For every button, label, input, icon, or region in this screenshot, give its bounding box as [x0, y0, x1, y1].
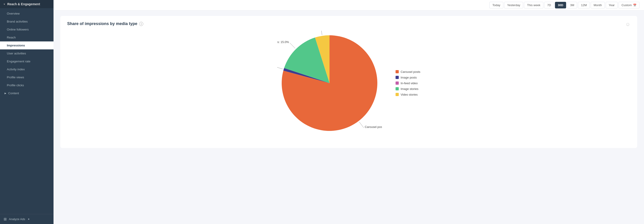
sidebar-item-engagement-rate[interactable]: Engagement rate	[0, 57, 54, 65]
sidebar: ▼ Reach & Engagement OverviewBrand activ…	[0, 0, 54, 224]
sidebar-item-profile-clicks[interactable]: Profile clicks	[0, 81, 54, 89]
legend-item-image-stories: Image stories	[396, 87, 420, 90]
sparkle-icon: ✦	[28, 218, 30, 221]
legend-swatch-carousel-posts	[396, 70, 399, 73]
ads-icon: ⊞	[4, 217, 6, 221]
pie-label-line-image-stories	[290, 43, 295, 48]
time-btn-custom[interactable]: Custom📅	[618, 2, 640, 8]
sidebar-section-title: Reach & Engagement	[7, 2, 40, 6]
sidebar-item-brand-activities[interactable]: Brand activities	[0, 18, 54, 26]
sidebar-item-impressions[interactable]: Impressions	[0, 42, 54, 50]
pie-label-line-image-posts	[277, 67, 283, 69]
chevron-down-icon: ▼	[3, 3, 6, 6]
legend-item-image-posts: Image posts	[396, 76, 420, 79]
time-btn-this-week[interactable]: This week	[524, 2, 543, 8]
pie-label-line-carousel-posts	[359, 122, 364, 128]
sidebar-nav: OverviewBrand activitiesOnline followers…	[0, 8, 54, 214]
chart-title-row: Share of impressions by media type i	[67, 22, 630, 26]
pie-chart: Carousel posts: 79.2%Image posts: 0.9%Im…	[277, 31, 382, 136]
time-btn-label: Custom	[622, 4, 632, 7]
time-btn-yesterday[interactable]: Yesterday	[504, 2, 523, 8]
sidebar-item-profile-views[interactable]: Profile views	[0, 73, 54, 81]
legend-swatch-image-stories	[396, 87, 399, 90]
legend-label-video-stories: Video stories	[400, 93, 418, 96]
sidebar-item-reach[interactable]: Reach	[0, 34, 54, 42]
section-label: Content	[8, 92, 19, 95]
legend-swatch-in-feed-video	[396, 82, 399, 85]
time-btn-year[interactable]: Year	[606, 2, 618, 8]
sidebar-item-overview[interactable]: Overview	[0, 10, 54, 18]
sidebar-section-content[interactable]: ▶Content	[0, 89, 54, 97]
time-btn-3m[interactable]: 3M	[567, 2, 577, 8]
chart-title-text: Share of impressions by media type	[67, 22, 137, 26]
chart-section: Share of impressions by media type i ☺ C…	[60, 16, 637, 148]
chart-legend: Carousel postsImage postsIn-feed videoIm…	[396, 70, 420, 96]
calendar-icon: 📅	[633, 4, 636, 7]
legend-item-carousel-posts: Carousel posts	[396, 70, 420, 74]
pie-container: Carousel posts: 79.2%Image posts: 0.9%Im…	[67, 31, 630, 136]
sidebar-item-activity-index[interactable]: Activity index	[0, 65, 54, 73]
emoji-export-icon[interactable]: ☺	[625, 22, 630, 27]
top-bar: TodayYesterdayThis week7D30D3M12MMonthYe…	[54, 0, 644, 10]
pie-label-carousel-posts: Carousel posts: 79.2%	[365, 125, 382, 128]
legend-label-image-stories: Image stories	[400, 87, 418, 90]
chevron-right-icon: ▶	[4, 92, 6, 94]
info-icon[interactable]: i	[139, 22, 143, 26]
pie-label-line-video-stories	[321, 31, 322, 35]
sidebar-item-online-followers[interactable]: Online followers	[0, 26, 54, 34]
time-btn-7d[interactable]: 7D	[544, 2, 554, 8]
sidebar-item-user-activities[interactable]: User activities	[0, 50, 54, 57]
time-btn-today[interactable]: Today	[490, 2, 503, 8]
main-area: TodayYesterdayThis week7D30D3M12MMonthYe…	[54, 0, 644, 224]
legend-swatch-image-posts	[396, 76, 399, 79]
pie-label-image-stories: Image stories: 15.0%	[277, 40, 289, 44]
legend-swatch-video-stories	[396, 93, 399, 96]
legend-label-carousel-posts: Carousel posts	[400, 70, 420, 74]
legend-item-in-feed-video: In-feed video	[396, 82, 420, 85]
time-btn-30d[interactable]: 30D	[555, 2, 566, 8]
sidebar-header[interactable]: ▼ Reach & Engagement	[0, 0, 54, 8]
analyze-ads-button[interactable]: ⊞ Analyze Ads ✦	[0, 214, 54, 224]
analyze-ads-label: Analyze Ads	[9, 218, 25, 221]
time-btn-12m[interactable]: 12M	[578, 2, 590, 8]
time-btn-month[interactable]: Month	[591, 2, 605, 8]
legend-label-in-feed-video: In-feed video	[400, 82, 418, 85]
legend-item-video-stories: Video stories	[396, 93, 420, 96]
legend-label-image-posts: Image posts	[400, 76, 417, 79]
content-area: Share of impressions by media type i ☺ C…	[54, 10, 644, 224]
